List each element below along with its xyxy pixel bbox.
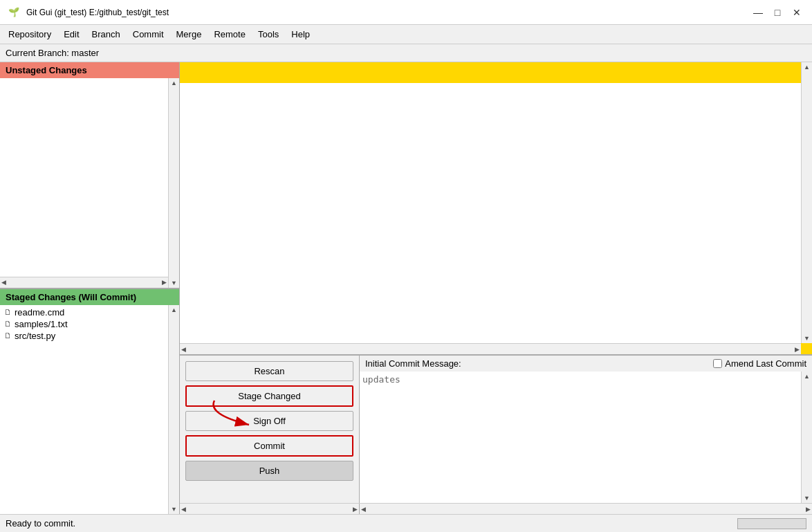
msg-scrollbar-v[interactable]: ▲ ▼	[801, 372, 812, 503]
amend-label: Amend Last Commit	[713, 358, 806, 369]
menu-bar: Repository Edit Branch Commit Merge Remo…	[0, 25, 812, 44]
status-bar: Ready to commit.	[0, 514, 812, 532]
scroll-up-arrow[interactable]: ▲	[171, 306, 177, 313]
diff-scrollbar-h[interactable]: ◀ ▶	[180, 343, 801, 354]
commit-msg-text[interactable]: updates	[360, 372, 801, 503]
scroll-right-arrow[interactable]: ▶	[353, 506, 358, 513]
scroll-right-arrow[interactable]: ▶	[162, 279, 167, 286]
scroll-left-arrow[interactable]: ◀	[1, 279, 6, 286]
bottom-scrollbar-right[interactable]: ◀ ▶	[360, 504, 812, 514]
scroll-left-arrow[interactable]: ◀	[361, 506, 366, 513]
menu-tools[interactable]: Tools	[252, 27, 284, 42]
commit-msg-header: Initial Commit Message: Amend Last Commi…	[360, 356, 812, 372]
menu-edit[interactable]: Edit	[58, 27, 84, 42]
menu-merge[interactable]: Merge	[171, 27, 207, 42]
main-content: Unstaged Changes ▲ ▼ ◀ ▶ Staged Changes …	[0, 62, 812, 514]
staged-header: Staged Changes (Will Commit)	[0, 289, 179, 305]
app-icon: 🌱	[7, 6, 21, 19]
amend-checkbox[interactable]	[713, 359, 722, 368]
unstaged-header: Unstaged Changes	[0, 62, 179, 78]
diff-content	[180, 83, 801, 343]
scroll-down-arrow[interactable]: ▼	[804, 335, 810, 342]
scroll-up-arrow[interactable]: ▲	[804, 64, 810, 71]
stage-changed-button[interactable]: Stage Changed	[185, 385, 353, 407]
scroll-down-arrow[interactable]: ▼	[171, 279, 177, 286]
diff-scrollbar-v[interactable]: ▲ ▼	[801, 62, 812, 343]
menu-repository[interactable]: Repository	[3, 27, 57, 42]
title-bar-controls: — □ ✕	[750, 6, 805, 19]
commit-area: Rescan Stage Changed Sign Off Commit Pus…	[180, 355, 812, 503]
bottom-section: Rescan Stage Changed Sign Off Commit Pus…	[180, 355, 812, 514]
menu-commit[interactable]: Commit	[127, 27, 169, 42]
minimize-button[interactable]: —	[750, 6, 766, 19]
file-name: src/test.py	[15, 331, 55, 341]
commit-button[interactable]: Commit	[185, 435, 353, 457]
branch-text: Current Branch: master	[6, 48, 99, 58]
rescan-button[interactable]: Rescan	[185, 361, 353, 381]
left-panel: Unstaged Changes ▲ ▼ ◀ ▶ Staged Changes …	[0, 62, 180, 514]
status-progress	[737, 518, 806, 529]
staged-section: Staged Changes (Will Commit) 🗋 readme.cm…	[0, 289, 179, 515]
bottom-scrollbar-row: ◀ ▶ ◀ ▶	[180, 503, 812, 514]
sign-off-button[interactable]: Sign Off	[185, 411, 353, 431]
scroll-right-arrow[interactable]: ▶	[795, 346, 800, 353]
unstaged-scrollbar-h[interactable]: ◀ ▶	[0, 277, 168, 288]
scroll-right-arrow[interactable]: ▶	[806, 506, 811, 513]
file-icon: 🗋	[4, 331, 12, 340]
unstaged-section: Unstaged Changes ▲ ▼ ◀ ▶	[0, 62, 179, 289]
list-item[interactable]: 🗋 src/test.py	[3, 330, 176, 342]
scroll-up-arrow[interactable]: ▲	[171, 80, 177, 86]
maximize-button[interactable]: □	[769, 6, 786, 19]
status-text: Ready to commit.	[6, 518, 75, 529]
amend-text: Amend Last Commit	[725, 358, 806, 369]
title-bar-left: 🌱 Git Gui (git_test) E:/github_test/git_…	[7, 6, 169, 19]
title-bar-text: Git Gui (git_test) E:/github_test/git_te…	[26, 8, 169, 17]
scroll-left-arrow[interactable]: ◀	[181, 506, 186, 513]
commit-message-panel: Initial Commit Message: Amend Last Commi…	[360, 355, 812, 503]
close-button[interactable]: ✕	[788, 6, 805, 19]
file-name: samples/1.txt	[15, 319, 68, 329]
bottom-scrollbar-left[interactable]: ◀ ▶	[180, 504, 360, 514]
file-name: readme.cmd	[15, 307, 64, 318]
file-icon: 🗋	[4, 320, 12, 328]
diff-yellow-bar	[180, 62, 812, 83]
scroll-up-arrow[interactable]: ▲	[804, 373, 810, 380]
diff-area: ▲ ▼ ◀ ▶	[180, 62, 812, 355]
unstaged-content: ▲ ▼ ◀ ▶	[0, 78, 179, 288]
commit-msg-label: Initial Commit Message:	[365, 358, 461, 369]
commit-msg-body[interactable]: updates ▲ ▼	[360, 372, 812, 503]
menu-branch[interactable]: Branch	[86, 27, 126, 42]
branch-bar: Current Branch: master	[0, 44, 812, 62]
list-item[interactable]: 🗋 readme.cmd	[3, 306, 176, 318]
scroll-down-arrow[interactable]: ▼	[804, 495, 810, 502]
button-panel: Rescan Stage Changed Sign Off Commit Pus…	[180, 355, 360, 503]
right-panel: ▲ ▼ ◀ ▶ Rescan Stage Changed Sign Off Co…	[180, 62, 812, 514]
scroll-down-arrow[interactable]: ▼	[171, 506, 177, 513]
file-icon: 🗋	[4, 308, 12, 316]
menu-help[interactable]: Help	[286, 27, 315, 42]
staged-scrollbar-v[interactable]: ▲ ▼	[168, 305, 179, 515]
staged-files: 🗋 readme.cmd 🗋 samples/1.txt 🗋 src/test.…	[0, 305, 179, 515]
unstaged-scrollbar-v[interactable]: ▲ ▼	[168, 78, 179, 288]
push-button[interactable]: Push	[185, 461, 353, 481]
list-item[interactable]: 🗋 samples/1.txt	[3, 318, 176, 330]
scroll-left-arrow[interactable]: ◀	[181, 346, 186, 353]
title-bar: 🌱 Git Gui (git_test) E:/github_test/git_…	[0, 0, 812, 25]
menu-remote[interactable]: Remote	[208, 27, 251, 42]
